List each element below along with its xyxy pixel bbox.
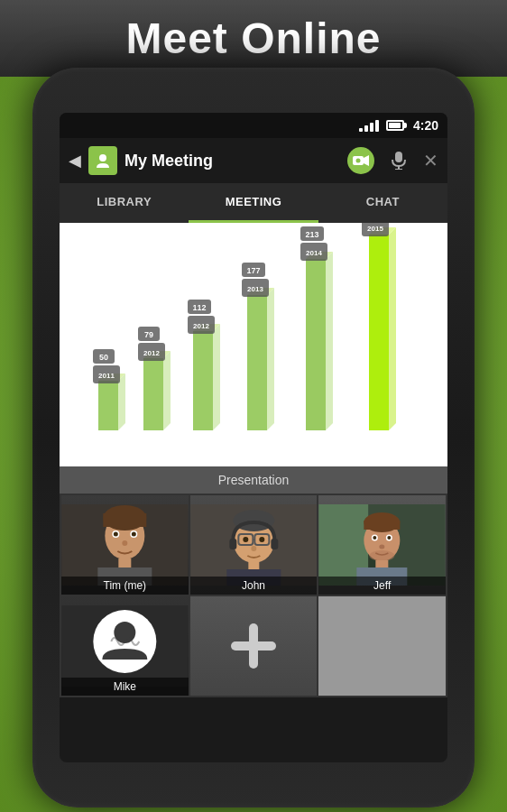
- svg-marker-36: [326, 252, 333, 430]
- svg-point-67: [243, 537, 248, 542]
- svg-rect-17: [143, 358, 163, 430]
- svg-text:2015: 2015: [367, 225, 383, 233]
- svg-point-83: [373, 536, 377, 540]
- back-button[interactable]: ◀: [69, 151, 81, 171]
- svg-point-69: [251, 546, 256, 551]
- svg-point-3: [356, 159, 361, 163]
- svg-marker-22: [213, 324, 220, 430]
- svg-text:50: 50: [99, 353, 108, 362]
- status-icons: 4:20: [359, 118, 438, 133]
- phone-frame: 4:20 ◀ My Meeting: [32, 68, 475, 807]
- svg-point-0: [99, 154, 106, 161]
- microphone-button[interactable]: [387, 149, 410, 172]
- header-title: My Meeting: [124, 152, 340, 171]
- svg-rect-31: [247, 295, 267, 430]
- video-cell-add[interactable]: [190, 596, 318, 696]
- svg-point-56: [114, 532, 118, 537]
- svg-rect-53: [103, 513, 146, 527]
- tab-library[interactable]: LIBRARY: [60, 183, 189, 223]
- presentation-label: Presentation: [60, 466, 447, 494]
- svg-text:2014: 2014: [306, 249, 322, 257]
- status-time: 4:20: [413, 118, 438, 133]
- svg-point-85: [380, 545, 385, 549]
- video-grid: Tim (me): [60, 494, 447, 697]
- svg-rect-45: [369, 235, 389, 430]
- svg-text:2011: 2011: [98, 372, 115, 380]
- svg-rect-10: [98, 381, 118, 430]
- svg-marker-2: [364, 155, 369, 166]
- header-actions: ✕: [347, 147, 438, 174]
- video-cell-jeff[interactable]: Jeff: [318, 495, 446, 595]
- svg-text:2013: 2013: [247, 285, 263, 293]
- svg-point-57: [132, 532, 136, 537]
- svg-marker-29: [267, 288, 274, 430]
- svg-text:213: 213: [305, 230, 318, 239]
- svg-point-68: [259, 537, 264, 542]
- svg-point-86: [370, 550, 395, 561]
- add-participant-icon: [190, 596, 318, 696]
- svg-rect-93: [231, 641, 276, 651]
- svg-rect-72: [229, 539, 236, 549]
- svg-rect-80: [364, 521, 401, 530]
- svg-text:112: 112: [192, 303, 206, 312]
- app-header: ◀ My Meeting: [60, 138, 447, 183]
- video-cell-john[interactable]: John: [190, 495, 318, 595]
- tabs: LIBRARY MEETING CHAT: [60, 183, 447, 223]
- svg-text:2012: 2012: [193, 322, 209, 330]
- status-bar: 4:20: [60, 113, 447, 138]
- video-name-mike: Mike: [61, 678, 189, 696]
- signal-icon: [359, 119, 379, 132]
- svg-text:177: 177: [246, 266, 260, 275]
- svg-text:79: 79: [144, 330, 153, 339]
- banner-title: Meet Online: [125, 14, 381, 63]
- svg-rect-73: [271, 539, 278, 549]
- svg-point-84: [388, 536, 392, 540]
- camera-button[interactable]: [347, 147, 374, 174]
- presentation-area: 2011 50 2012 79: [60, 223, 447, 466]
- close-button[interactable]: ✕: [423, 150, 438, 171]
- tab-meeting[interactable]: MEETING: [189, 183, 318, 223]
- avatar-icon: [88, 146, 117, 175]
- battery-icon: [386, 120, 404, 131]
- phone-screen: 4:20 ◀ My Meeting: [60, 113, 447, 762]
- video-cell-mike[interactable]: Mike: [61, 596, 189, 696]
- video-name-tim: Tim (me): [61, 577, 189, 595]
- video-name-jeff: Jeff: [318, 577, 446, 595]
- top-banner: Meet Online: [0, 0, 507, 77]
- bar-chart: 2011 50 2012 79: [60, 223, 447, 466]
- video-cell-empty: [318, 596, 446, 696]
- video-name-john: John: [190, 577, 318, 595]
- svg-marker-43: [389, 227, 396, 430]
- svg-rect-4: [395, 152, 402, 162]
- tab-chat[interactable]: CHAT: [318, 183, 447, 223]
- svg-text:2012: 2012: [143, 349, 160, 357]
- svg-rect-38: [306, 259, 326, 430]
- svg-rect-24: [193, 331, 213, 430]
- svg-point-58: [122, 540, 127, 546]
- svg-marker-15: [163, 351, 171, 430]
- video-cell-tim[interactable]: Tim (me): [61, 495, 189, 595]
